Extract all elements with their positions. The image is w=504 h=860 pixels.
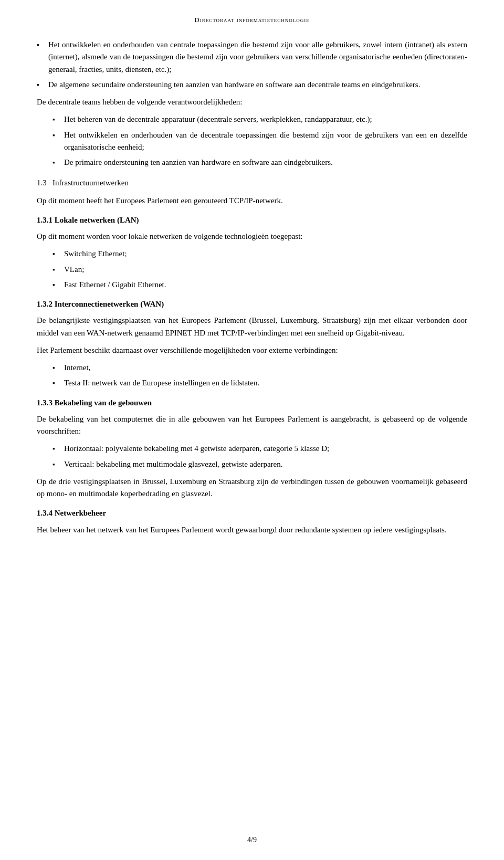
section-1-3-2-title: Interconnectienetwerken (WAN) bbox=[55, 300, 164, 308]
lan-bullet-1: Switching Ethernet; bbox=[64, 248, 467, 260]
section-1-3-3-para1: De bekabeling van het computernet die in… bbox=[37, 413, 467, 438]
intro-bullet-list: ▪ Het ontwikkelen en onderhouden van cen… bbox=[37, 39, 467, 91]
main-content: ▪ Het ontwikkelen en onderhouden van cen… bbox=[37, 39, 467, 536]
section-1-3-2-heading: 1.3.2 Interconnectienetwerken (WAN) bbox=[37, 298, 467, 310]
section-1-3-num: 1.3 bbox=[37, 179, 47, 187]
wan-bullet-1: Internet, bbox=[64, 362, 467, 374]
bullet-icon: ▪ bbox=[52, 249, 64, 259]
bullet-icon: ▪ bbox=[37, 40, 48, 50]
list-item: ▪ De algemene secundaire ondersteuning t… bbox=[37, 79, 467, 91]
section-1-3-3-num: 1.3.3 bbox=[37, 398, 52, 407]
bullet-icon: ▪ bbox=[52, 130, 64, 141]
section-1-3-4-title: Netwerkbeheer bbox=[55, 509, 106, 517]
section-1-3-4-num: 1.3.4 bbox=[37, 509, 52, 517]
header-title: Directoraat informatietechnologie bbox=[194, 16, 309, 24]
section-1-3-2-num: 1.3.2 bbox=[37, 300, 52, 308]
bekabeling-bullet-2: Verticaal: bekabeling met multimodale gl… bbox=[64, 458, 467, 470]
list-item: ▪ VLan; bbox=[52, 264, 467, 276]
intro-bullet-1: Het ontwikkelen en onderhouden van centr… bbox=[48, 39, 467, 76]
lan-bullet-3: Fast Ethernet / Gigabit Ethernet. bbox=[64, 279, 467, 291]
decentrale-bullet-list: ▪ Het beheren van de decentrale apparatu… bbox=[37, 113, 467, 169]
bullet-icon: ▪ bbox=[52, 459, 64, 470]
decentrale-bullet-2: Het ontwikkelen en onderhouden van de de… bbox=[64, 129, 467, 154]
section-1-3-4-heading: 1.3.4 Netwerkbeheer bbox=[37, 507, 467, 519]
decentrale-bullet-1: Het beheren van de decentrale apparatuur… bbox=[64, 113, 467, 125]
page: Directoraat informatietechnologie ▪ Het … bbox=[0, 0, 504, 860]
bekabeling-bullet-1: Horizontaal: polyvalente bekabeling met … bbox=[64, 443, 467, 455]
bullet-icon: ▪ bbox=[52, 444, 64, 454]
lan-bullet-2: VLan; bbox=[64, 264, 467, 276]
section-1-3-3-heading: 1.3.3 Bekabeling van de gebouwen bbox=[37, 397, 467, 409]
bullet-icon: ▪ bbox=[52, 363, 64, 373]
list-item: ▪ Het ontwikkelen en onderhouden van de … bbox=[52, 129, 467, 154]
section-1-3-3-para2: Op de drie vestigingsplaatsen in Brussel… bbox=[37, 476, 467, 500]
section-1-3-1-heading: 1.3.1 Lokale netwerken (LAN) bbox=[37, 214, 467, 226]
section-1-3-3-bullets: ▪ Horizontaal: polyvalente bekabeling me… bbox=[37, 443, 467, 470]
section-1-3-2-para1: De belangrijkste vestigingsplaatsen van … bbox=[37, 314, 467, 339]
section-1-3-intro: Op dit moment heeft het Europees Parleme… bbox=[37, 195, 467, 207]
bullet-icon: ▪ bbox=[52, 114, 64, 125]
intro-bullet-2: De algemene secundaire ondersteuning ten… bbox=[48, 79, 467, 91]
section-1-3-1-intro: Op dit moment worden voor lokale netwerk… bbox=[37, 230, 467, 243]
section-1-3-1-title: Lokale netwerken (LAN) bbox=[55, 216, 139, 224]
list-item: ▪ Het beheren van de decentrale apparatu… bbox=[52, 113, 467, 125]
section-1-3-2-bullets: ▪ Internet, ▪ Testa II: netwerk van de E… bbox=[37, 362, 467, 390]
section-1-3-2-para2: Het Parlement beschikt daarnaast over ve… bbox=[37, 344, 467, 356]
list-item: ▪ De primaire ondersteuning ten aanzien … bbox=[52, 156, 467, 169]
list-item: ▪ Fast Ethernet / Gigabit Ethernet. bbox=[52, 279, 467, 291]
section-1-3-1-bullets: ▪ Switching Ethernet; ▪ VLan; ▪ Fast Eth… bbox=[37, 248, 467, 291]
bullet-icon: ▪ bbox=[52, 265, 64, 275]
page-header: Directoraat informatietechnologie bbox=[37, 16, 467, 24]
list-item: ▪ Het ontwikkelen en onderhouden van cen… bbox=[37, 39, 467, 76]
section-1-3-title: Infrastructuurnetwerken bbox=[52, 179, 129, 187]
list-item: ▪ Verticaal: bekabeling met multimodale … bbox=[52, 458, 467, 470]
list-item: ▪ Switching Ethernet; bbox=[52, 248, 467, 260]
section-1-3-4-para1: Het beheer van het netwerk van het Europ… bbox=[37, 524, 467, 536]
decentrale-bullet-3: De primaire ondersteuning ten aanzien va… bbox=[64, 156, 467, 169]
list-item: ▪ Horizontaal: polyvalente bekabeling me… bbox=[52, 443, 467, 455]
list-item: ▪ Internet, bbox=[52, 362, 467, 374]
bullet-icon: ▪ bbox=[52, 158, 64, 168]
list-item: ▪ Testa II: netwerk van de Europese inst… bbox=[52, 377, 467, 389]
decentrale-intro: De decentrale teams hebben de volgende v… bbox=[37, 96, 467, 108]
bullet-icon: ▪ bbox=[37, 80, 48, 90]
section-1-3-heading: 1.3 Infrastructuurnetwerken bbox=[37, 177, 467, 189]
page-footer: 4/9 bbox=[0, 836, 504, 844]
page-number: 4/9 bbox=[247, 836, 257, 844]
bullet-icon: ▪ bbox=[52, 378, 64, 389]
wan-bullet-2: Testa II: netwerk van de Europese instel… bbox=[64, 377, 467, 389]
bullet-icon: ▪ bbox=[52, 280, 64, 290]
section-1-3-1-num: 1.3.1 bbox=[37, 216, 52, 224]
section-1-3-3-title: Bekabeling van de gebouwen bbox=[55, 398, 152, 407]
